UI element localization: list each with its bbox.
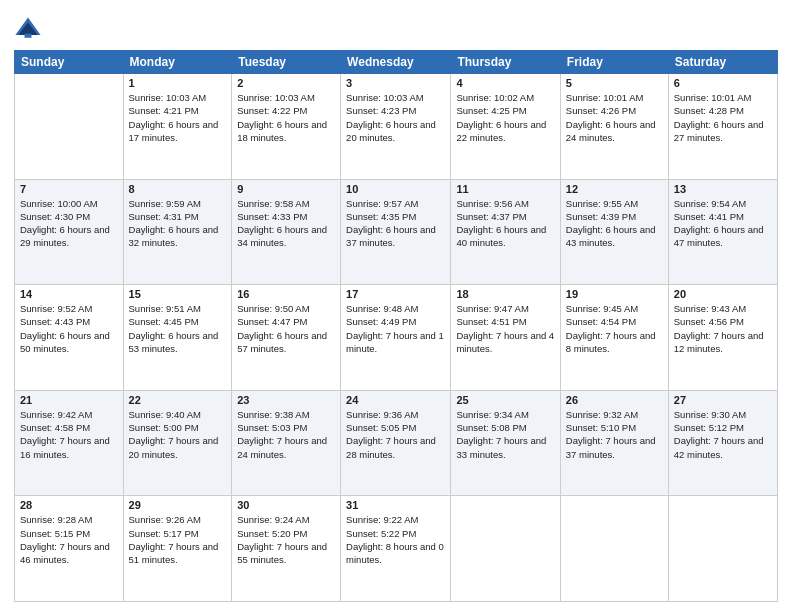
daylight-text: Daylight: 7 hours and 20 minutes.: [129, 434, 227, 461]
header: [14, 10, 778, 42]
day-info: Sunrise: 9:36 AMSunset: 5:05 PMDaylight:…: [346, 408, 445, 461]
day-number: 10: [346, 183, 445, 195]
sunset-text: Sunset: 4:58 PM: [20, 421, 118, 434]
calendar-cell: 17Sunrise: 9:48 AMSunset: 4:49 PMDayligh…: [341, 285, 451, 391]
day-number: 29: [129, 499, 227, 511]
calendar-cell: 15Sunrise: 9:51 AMSunset: 4:45 PMDayligh…: [123, 285, 232, 391]
daylight-text: Daylight: 7 hours and 33 minutes.: [456, 434, 554, 461]
daylight-text: Daylight: 6 hours and 34 minutes.: [237, 223, 335, 250]
calendar-cell: 3Sunrise: 10:03 AMSunset: 4:23 PMDayligh…: [341, 74, 451, 180]
sunset-text: Sunset: 5:10 PM: [566, 421, 663, 434]
daylight-text: Daylight: 6 hours and 37 minutes.: [346, 223, 445, 250]
daylight-text: Daylight: 6 hours and 17 minutes.: [129, 118, 227, 145]
logo: [14, 14, 46, 42]
day-number: 16: [237, 288, 335, 300]
daylight-text: Daylight: 7 hours and 16 minutes.: [20, 434, 118, 461]
sunrise-text: Sunrise: 9:40 AM: [129, 408, 227, 421]
day-info: Sunrise: 9:42 AMSunset: 4:58 PMDaylight:…: [20, 408, 118, 461]
day-info: Sunrise: 9:28 AMSunset: 5:15 PMDaylight:…: [20, 513, 118, 566]
day-number: 18: [456, 288, 554, 300]
calendar-cell: 5Sunrise: 10:01 AMSunset: 4:26 PMDayligh…: [560, 74, 668, 180]
day-info: Sunrise: 9:51 AMSunset: 4:45 PMDaylight:…: [129, 302, 227, 355]
daylight-text: Daylight: 7 hours and 4 minutes.: [456, 329, 554, 356]
sunrise-text: Sunrise: 9:47 AM: [456, 302, 554, 315]
daylight-text: Daylight: 6 hours and 32 minutes.: [129, 223, 227, 250]
day-number: 9: [237, 183, 335, 195]
day-number: 26: [566, 394, 663, 406]
daylight-text: Daylight: 7 hours and 24 minutes.: [237, 434, 335, 461]
sunrise-text: Sunrise: 9:50 AM: [237, 302, 335, 315]
logo-icon: [14, 14, 42, 42]
calendar-cell: 2Sunrise: 10:03 AMSunset: 4:22 PMDayligh…: [232, 74, 341, 180]
sunset-text: Sunset: 4:43 PM: [20, 315, 118, 328]
sunrise-text: Sunrise: 9:24 AM: [237, 513, 335, 526]
day-info: Sunrise: 9:34 AMSunset: 5:08 PMDaylight:…: [456, 408, 554, 461]
calendar-cell: 18Sunrise: 9:47 AMSunset: 4:51 PMDayligh…: [451, 285, 560, 391]
day-info: Sunrise: 9:24 AMSunset: 5:20 PMDaylight:…: [237, 513, 335, 566]
day-number: 2: [237, 77, 335, 89]
daylight-text: Daylight: 8 hours and 0 minutes.: [346, 540, 445, 567]
sunset-text: Sunset: 4:51 PM: [456, 315, 554, 328]
calendar-cell: 19Sunrise: 9:45 AMSunset: 4:54 PMDayligh…: [560, 285, 668, 391]
day-number: 20: [674, 288, 772, 300]
sunset-text: Sunset: 4:47 PM: [237, 315, 335, 328]
day-number: 17: [346, 288, 445, 300]
day-info: Sunrise: 9:58 AMSunset: 4:33 PMDaylight:…: [237, 197, 335, 250]
calendar-cell: 12Sunrise: 9:55 AMSunset: 4:39 PMDayligh…: [560, 179, 668, 285]
day-info: Sunrise: 9:43 AMSunset: 4:56 PMDaylight:…: [674, 302, 772, 355]
sunrise-text: Sunrise: 9:36 AM: [346, 408, 445, 421]
sunrise-text: Sunrise: 10:03 AM: [129, 91, 227, 104]
day-number: 8: [129, 183, 227, 195]
day-number: 28: [20, 499, 118, 511]
calendar-cell: 9Sunrise: 9:58 AMSunset: 4:33 PMDaylight…: [232, 179, 341, 285]
sunrise-text: Sunrise: 9:55 AM: [566, 197, 663, 210]
sunrise-text: Sunrise: 9:45 AM: [566, 302, 663, 315]
sunrise-text: Sunrise: 9:30 AM: [674, 408, 772, 421]
daylight-text: Daylight: 6 hours and 50 minutes.: [20, 329, 118, 356]
weekday-wednesday: Wednesday: [341, 51, 451, 74]
day-info: Sunrise: 9:38 AMSunset: 5:03 PMDaylight:…: [237, 408, 335, 461]
sunrise-text: Sunrise: 10:01 AM: [566, 91, 663, 104]
svg-rect-2: [25, 34, 32, 38]
sunrise-text: Sunrise: 9:59 AM: [129, 197, 227, 210]
sunset-text: Sunset: 4:31 PM: [129, 210, 227, 223]
daylight-text: Daylight: 6 hours and 24 minutes.: [566, 118, 663, 145]
page: SundayMondayTuesdayWednesdayThursdayFrid…: [0, 0, 792, 612]
day-number: 22: [129, 394, 227, 406]
calendar-cell: 10Sunrise: 9:57 AMSunset: 4:35 PMDayligh…: [341, 179, 451, 285]
daylight-text: Daylight: 7 hours and 8 minutes.: [566, 329, 663, 356]
day-number: 30: [237, 499, 335, 511]
calendar-cell: 1Sunrise: 10:03 AMSunset: 4:21 PMDayligh…: [123, 74, 232, 180]
weekday-thursday: Thursday: [451, 51, 560, 74]
calendar-cell: [15, 74, 124, 180]
day-info: Sunrise: 9:57 AMSunset: 4:35 PMDaylight:…: [346, 197, 445, 250]
sunrise-text: Sunrise: 9:54 AM: [674, 197, 772, 210]
calendar-cell: 25Sunrise: 9:34 AMSunset: 5:08 PMDayligh…: [451, 390, 560, 496]
day-number: 27: [674, 394, 772, 406]
sunrise-text: Sunrise: 10:00 AM: [20, 197, 118, 210]
day-number: 19: [566, 288, 663, 300]
daylight-text: Daylight: 6 hours and 53 minutes.: [129, 329, 227, 356]
daylight-text: Daylight: 6 hours and 47 minutes.: [674, 223, 772, 250]
calendar-cell: 6Sunrise: 10:01 AMSunset: 4:28 PMDayligh…: [668, 74, 777, 180]
calendar-cell: 31Sunrise: 9:22 AMSunset: 5:22 PMDayligh…: [341, 496, 451, 602]
calendar-cell: 28Sunrise: 9:28 AMSunset: 5:15 PMDayligh…: [15, 496, 124, 602]
day-info: Sunrise: 9:56 AMSunset: 4:37 PMDaylight:…: [456, 197, 554, 250]
week-row-4: 21Sunrise: 9:42 AMSunset: 4:58 PMDayligh…: [15, 390, 778, 496]
day-info: Sunrise: 9:59 AMSunset: 4:31 PMDaylight:…: [129, 197, 227, 250]
day-info: Sunrise: 9:48 AMSunset: 4:49 PMDaylight:…: [346, 302, 445, 355]
daylight-text: Daylight: 7 hours and 55 minutes.: [237, 540, 335, 567]
day-info: Sunrise: 10:01 AMSunset: 4:28 PMDaylight…: [674, 91, 772, 144]
daylight-text: Daylight: 6 hours and 29 minutes.: [20, 223, 118, 250]
sunset-text: Sunset: 4:56 PM: [674, 315, 772, 328]
day-info: Sunrise: 9:50 AMSunset: 4:47 PMDaylight:…: [237, 302, 335, 355]
sunrise-text: Sunrise: 9:57 AM: [346, 197, 445, 210]
calendar-cell: [451, 496, 560, 602]
day-info: Sunrise: 9:30 AMSunset: 5:12 PMDaylight:…: [674, 408, 772, 461]
sunset-text: Sunset: 4:26 PM: [566, 104, 663, 117]
sunset-text: Sunset: 4:35 PM: [346, 210, 445, 223]
daylight-text: Daylight: 6 hours and 40 minutes.: [456, 223, 554, 250]
sunrise-text: Sunrise: 9:52 AM: [20, 302, 118, 315]
daylight-text: Daylight: 7 hours and 46 minutes.: [20, 540, 118, 567]
weekday-saturday: Saturday: [668, 51, 777, 74]
